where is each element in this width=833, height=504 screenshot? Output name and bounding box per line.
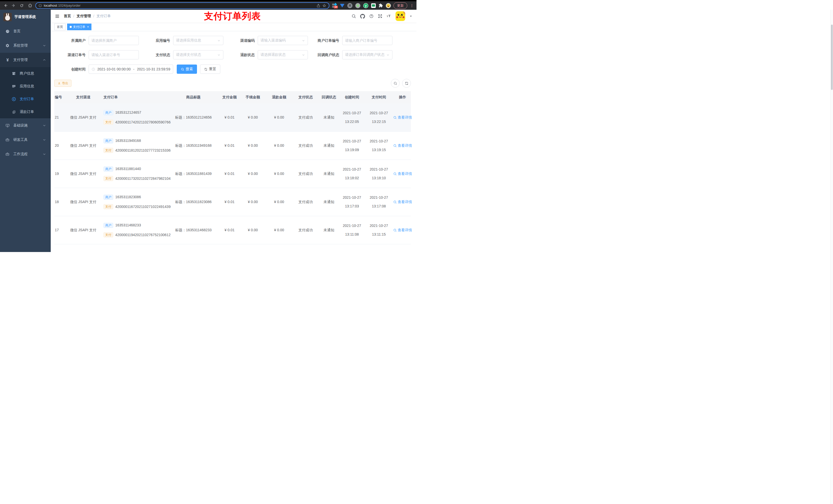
sidebar-subitem-0[interactable]: 商户信息 <box>0 67 51 80</box>
export-button[interactable]: 导出 <box>54 80 71 87</box>
filter-input-field[interactable] <box>91 39 136 43</box>
sidebar-item-0[interactable]: 首页 <box>0 24 51 39</box>
view-detail-link[interactable]: 查看详情 <box>393 115 412 120</box>
extensions-grid-icon[interactable]: 10 <box>332 3 337 8</box>
tab-1[interactable]: 支付订单× <box>67 24 91 30</box>
github-icon[interactable] <box>360 14 365 19</box>
cell-paid-time: 2021-10-2713:22:15 <box>366 103 392 131</box>
filter-row-1: 渠道订单号支付状态请选择支付状态退款状态请选择退款状态回调商户状态请选择订单回调… <box>54 50 413 59</box>
chevron-down-icon[interactable] <box>409 15 412 18</box>
filter-label: 渠道订单号 <box>54 50 89 59</box>
sketch-extension-icon[interactable] <box>340 4 344 7</box>
back-icon[interactable] <box>3 3 8 8</box>
bookmark-star-icon[interactable] <box>322 4 326 8</box>
user-avatar[interactable] <box>396 11 405 21</box>
cell-fee: ¥ 0.00 <box>239 216 267 244</box>
hamburger-icon[interactable] <box>55 14 60 19</box>
refund-icon <box>11 110 16 114</box>
table-search-toggle-button[interactable] <box>391 79 400 88</box>
recorder-extension-icon[interactable] <box>355 3 360 8</box>
app-logo[interactable]: 芋道管理系统 <box>0 10 51 24</box>
sidebar-subitem-3[interactable]: 退款订单 <box>0 105 51 118</box>
cell-title: 标题：1635311823086 <box>166 188 220 216</box>
view-detail-link[interactable]: 查看详情 <box>393 199 412 205</box>
date-end[interactable]: 2021-10-31 23:59:59 <box>137 67 170 71</box>
puzzle-extension-icon[interactable] <box>379 3 383 8</box>
chevron-down-icon <box>302 53 305 56</box>
cell-created-time: 2021-10-2713:22:05 <box>338 103 366 131</box>
filter-input[interactable] <box>89 50 139 59</box>
cell-refund: ¥ 0.00 <box>267 131 291 160</box>
filter-select[interactable]: 请选择退款状态 <box>258 50 308 59</box>
svg-text:¥: ¥ <box>6 57 9 63</box>
close-icon[interactable]: × <box>87 24 89 30</box>
search-button[interactable]: 搜索 <box>177 65 197 74</box>
filter-input-field[interactable] <box>345 39 389 43</box>
sidebar-item-label: 支付管理 <box>13 57 28 62</box>
url-bar[interactable]: localhost:1024/pay/order <box>35 2 329 9</box>
search-icon[interactable] <box>352 14 356 19</box>
chat-extension-icon[interactable] <box>371 3 376 8</box>
sidebar-subitem-label: 支付订单 <box>20 97 34 101</box>
cell-pay-order: 商户1635311468233支付42000011942021102767521… <box>102 216 166 244</box>
reload-icon[interactable] <box>19 3 25 8</box>
cell-created-time: 2021-10-2713:18:02 <box>338 160 366 188</box>
table-row-3: 18微信 JSAPI 支付商户1635311823086支付4200001167… <box>54 188 411 216</box>
filter-select[interactable]: 请选择支付状态 <box>173 50 223 59</box>
sidebar-item-2[interactable]: ¥支付管理 <box>0 53 51 67</box>
y-extension-icon[interactable]: y <box>363 3 368 8</box>
cell-title: 标题：1635311949168 <box>166 131 220 160</box>
font-size-icon[interactable]: TT <box>386 14 391 19</box>
command-extension-icon[interactable]: ⌘ <box>347 3 353 8</box>
tab-label: 首页 <box>57 24 63 30</box>
filter-input-field[interactable] <box>91 53 136 57</box>
filter-input[interactable] <box>342 36 392 45</box>
chevron-down-icon <box>302 39 305 42</box>
magnifier-icon <box>393 229 397 232</box>
sidebar-item-3[interactable]: 基础设施 <box>0 118 51 133</box>
cell-notify-status: 未通知 <box>320 103 338 131</box>
share-icon[interactable] <box>316 4 320 8</box>
site-info-icon[interactable] <box>39 4 42 7</box>
sidebar-item-label: 研发工具 <box>13 138 28 142</box>
home-icon[interactable] <box>27 3 33 8</box>
sidebar-item-4[interactable]: 研发工具 <box>0 133 51 147</box>
column-header-8: 回调状态 <box>320 91 338 103</box>
reset-button[interactable]: 重置 <box>200 65 220 74</box>
filter-input[interactable] <box>89 36 139 45</box>
view-detail-link[interactable]: 查看详情 <box>393 143 412 148</box>
browser-menu-icon[interactable] <box>410 4 414 8</box>
tab-0[interactable]: 首页 <box>54 24 66 30</box>
chevron-down-icon <box>217 39 220 42</box>
cell-fee: ¥ 0.00 <box>239 188 267 216</box>
table-header-row: 编号支付渠道支付订单商品标题支付金额手续金额退款金额支付状态回调状态创建时间支付… <box>54 91 411 103</box>
breadcrumb-item-1[interactable]: 支付管理 <box>77 14 91 19</box>
sidebar: 芋道管理系统 首页系统管理¥支付管理商户信息应用信息¥支付订单退款订单基础设施研… <box>0 10 51 252</box>
date-separator: - <box>133 67 135 71</box>
browser-update-button[interactable]: 更新 <box>394 2 407 9</box>
sidebar-subitem-1[interactable]: 应用信息 <box>0 80 51 93</box>
date-range-input[interactable]: 2021-10-01 00:00:00 - 2021-10-31 23:59:5… <box>89 65 173 74</box>
cell-created-time: 2021-10-2713:11:08 <box>338 216 366 244</box>
table-refresh-button[interactable] <box>402 79 411 88</box>
filter-select[interactable]: 请输入渠道编码 <box>258 36 308 45</box>
view-detail-link[interactable]: 查看详情 <box>393 171 412 177</box>
cell-notify-status <box>320 244 338 252</box>
cell-refund <box>267 244 291 252</box>
date-start[interactable]: 2021-10-01 00:00:00 <box>97 67 130 71</box>
sidebar-subitem-2[interactable]: ¥支付订单 <box>0 93 51 105</box>
help-icon[interactable] <box>369 14 374 19</box>
filter-select[interactable]: 请选择应用信息 <box>173 36 223 45</box>
forward-icon[interactable] <box>11 3 16 8</box>
sidebar-item-5[interactable]: 工作流程 <box>0 147 51 161</box>
view-detail-link[interactable]: 查看详情 <box>393 227 412 233</box>
cell-pay-status: 支付成功 <box>291 188 320 216</box>
sidebar-item-label: 系统管理 <box>13 43 28 48</box>
cell-paid-time: 2021-10-2713:11:15 <box>366 216 392 244</box>
sidebar-item-1[interactable]: 系统管理 <box>0 39 51 53</box>
filter-select[interactable]: 请选择订单回调商户状态 <box>342 50 392 59</box>
profile-avatar-icon[interactable] <box>386 3 391 8</box>
breadcrumb-item-0[interactable]: 首页 <box>64 14 71 19</box>
breadcrumb: 首页/支付管理/支付订单 <box>64 14 111 19</box>
fullscreen-icon[interactable] <box>378 14 382 19</box>
